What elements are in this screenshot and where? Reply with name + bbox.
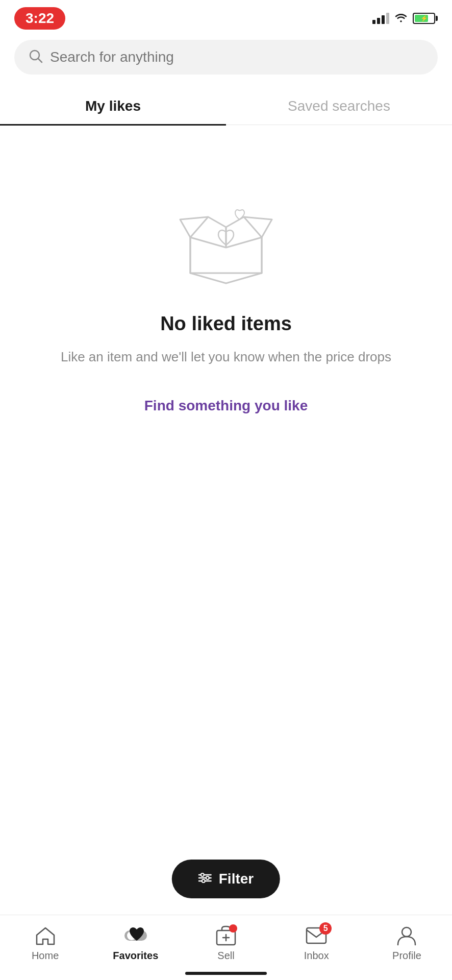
status-bar: 3:22 ⚡ — [0, 0, 452, 35]
search-icon — [29, 49, 43, 65]
nav-item-profile[interactable]: Profile — [362, 924, 452, 962]
nav-item-home[interactable]: Home — [0, 924, 90, 962]
tabs: My likes Saved searches — [0, 87, 452, 125]
nav-label-sell: Sell — [217, 950, 234, 962]
search-bar[interactable] — [14, 40, 438, 75]
svg-point-6 — [206, 876, 209, 879]
profile-icon — [393, 924, 420, 947]
sell-badge — [229, 924, 237, 933]
empty-illustration — [175, 186, 277, 288]
inbox-icon: 5 — [303, 924, 330, 947]
search-input[interactable] — [50, 49, 423, 65]
tab-saved-searches[interactable]: Saved searches — [226, 87, 452, 125]
filter-icon — [198, 871, 212, 887]
signal-icon — [372, 13, 389, 24]
empty-subtitle: Like an item and we'll let you know when… — [61, 347, 391, 367]
bottom-nav: Home Favorites Sell — [0, 915, 452, 980]
inbox-badge: 5 — [319, 922, 332, 935]
svg-point-7 — [202, 879, 205, 883]
battery-icon: ⚡ — [413, 13, 438, 24]
empty-title: No liked items — [160, 313, 292, 335]
nav-label-favorites: Favorites — [113, 950, 158, 962]
status-icons: ⚡ — [372, 12, 438, 24]
wifi-icon — [394, 12, 408, 24]
svg-line-1 — [38, 59, 42, 62]
tab-my-likes[interactable]: My likes — [0, 87, 226, 125]
home-icon — [32, 924, 59, 947]
home-indicator — [185, 972, 267, 975]
nav-item-sell[interactable]: Sell — [181, 924, 271, 962]
favorites-icon — [122, 924, 149, 947]
nav-label-home: Home — [32, 950, 59, 962]
filter-button[interactable]: Filter — [172, 860, 280, 898]
sell-icon — [213, 924, 239, 947]
svg-point-5 — [201, 873, 204, 876]
nav-label-inbox: Inbox — [304, 950, 329, 962]
find-something-link[interactable]: Find something you like — [144, 398, 308, 414]
nav-label-profile: Profile — [392, 950, 421, 962]
nav-item-favorites[interactable]: Favorites — [90, 924, 181, 962]
svg-point-14 — [402, 927, 411, 937]
status-time: 3:22 — [14, 7, 65, 30]
empty-state: No liked items Like an item and we'll le… — [0, 125, 452, 445]
filter-button-wrap: Filter — [172, 860, 280, 898]
filter-label: Filter — [219, 871, 254, 887]
nav-item-inbox[interactable]: 5 Inbox — [271, 924, 362, 962]
search-container — [0, 35, 452, 75]
